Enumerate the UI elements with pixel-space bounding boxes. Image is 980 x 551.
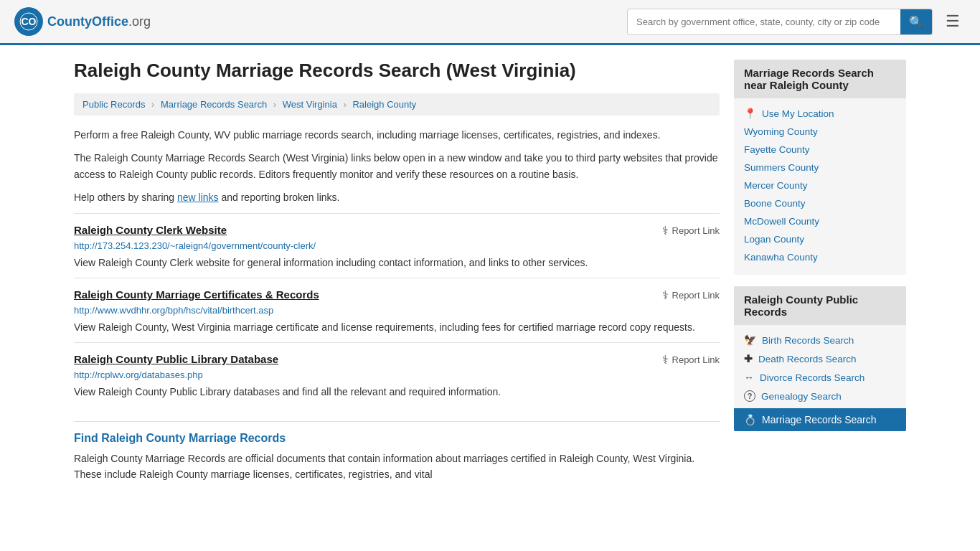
search-input[interactable] <box>628 11 900 33</box>
record-url-0: http://173.254.123.230/~raleign4/governm… <box>74 240 720 251</box>
report-icon-0: ⚕ <box>662 224 669 237</box>
sidebar-item-birth[interactable]: 🦅 Birth Records Search <box>744 331 896 349</box>
birth-icon: 🦅 <box>744 334 756 346</box>
new-links-link[interactable]: new links <box>177 192 219 203</box>
sidebar-item-mercer[interactable]: Mercer County <box>744 176 896 194</box>
description-para3: Help others by sharing new links and rep… <box>74 189 720 205</box>
sidebar-nearby-title: Marriage Records Search near Raleigh Cou… <box>734 60 906 98</box>
site-header: CO CountyOffice.org 🔍 ☰ <box>0 0 980 45</box>
search-bar: 🔍 <box>627 9 933 35</box>
record-link-2[interactable]: Raleigh County Public Library Database <box>74 353 278 365</box>
breadcrumb-public-records[interactable]: Public Records <box>83 99 145 110</box>
menu-button[interactable]: ☰ <box>940 11 966 32</box>
breadcrumb-raleigh-county[interactable]: Raleigh County <box>352 99 416 110</box>
logo-area: CO CountyOffice.org <box>14 7 151 36</box>
record-url-1: http://www.wvdhhr.org/bph/hsc/vital/birt… <box>74 305 720 316</box>
sidebar-public-records-title: Raleigh County Public Records <box>734 286 906 325</box>
find-title: Find Raleigh County Marriage Records <box>74 432 720 445</box>
sidebar-item-mcdowell[interactable]: McDowell County <box>744 212 896 230</box>
svg-text:CO: CO <box>22 16 37 27</box>
search-button[interactable]: 🔍 <box>900 9 932 34</box>
sidebar-item-genealogy[interactable]: ? Genealogy Search <box>744 387 896 405</box>
find-section: Find Raleigh County Marriage Records Ral… <box>74 421 720 483</box>
report-icon-1: ⚕ <box>662 288 669 302</box>
location-icon: 📍 <box>744 108 756 119</box>
record-title-0: Raleigh County Clerk Website <box>74 224 227 236</box>
sidebar-item-boone[interactable]: Boone County <box>744 194 896 212</box>
sidebar-item-marriage-active[interactable]: 💍 Marriage Records Search <box>734 408 906 431</box>
record-url-2: http://rcplwv.org/databases.php <box>74 369 720 380</box>
sidebar-item-kanawha[interactable]: Kanawha County <box>744 248 896 266</box>
record-link-0[interactable]: Raleigh County Clerk Website <box>74 224 227 236</box>
report-link-2[interactable]: ⚕ Report Link <box>662 353 720 367</box>
sidebar-item-death[interactable]: ✚ Death Records Search <box>744 349 896 368</box>
record-title-1: Raleigh County Marriage Certificates & R… <box>74 288 319 301</box>
divorce-icon: ↔ <box>744 372 754 383</box>
header-right: 🔍 ☰ <box>627 9 966 35</box>
record-desc-1: View Raleigh County, West Virginia marri… <box>74 320 720 335</box>
find-text: Raleigh County Marriage Records are offi… <box>74 451 720 483</box>
report-link-0[interactable]: ⚕ Report Link <box>662 224 720 237</box>
death-icon: ✚ <box>744 353 753 364</box>
breadcrumb-west-virginia[interactable]: West Virginia <box>283 99 337 110</box>
record-title-2: Raleigh County Public Library Database <box>74 353 278 365</box>
record-desc-0: View Raleigh County Clerk website for ge… <box>74 255 720 270</box>
breadcrumb-marriage-records[interactable]: Marriage Records Search <box>161 99 267 110</box>
sidebar-public-records-content: 🦅 Birth Records Search ✚ Death Records S… <box>734 325 906 431</box>
genealogy-icon: ? <box>744 390 755 402</box>
page-title: Raleigh County Marriage Records Search (… <box>74 60 720 82</box>
logo-icon: CO <box>14 7 43 36</box>
sidebar-nearby-content: 📍 Use My Location Wyoming County Fayette… <box>734 98 906 275</box>
sidebar-item-logan[interactable]: Logan County <box>744 230 896 248</box>
report-link-1[interactable]: ⚕ Report Link <box>662 288 720 302</box>
sidebar-item-summers[interactable]: Summers County <box>744 159 896 176</box>
marriage-icon: 💍 <box>744 414 756 425</box>
content-wrap: Raleigh County Marriage Records Search (… <box>60 45 920 504</box>
logo-text: CountyOffice.org <box>47 14 151 29</box>
sidebar-public-records-box: Raleigh County Public Records 🦅 Birth Re… <box>734 286 906 431</box>
record-entry-2: Raleigh County Public Library Database ⚕… <box>74 342 720 407</box>
record-entry-1: Raleigh County Marriage Certificates & R… <box>74 278 720 342</box>
description-para1: Perform a free Raleigh County, WV public… <box>74 127 720 143</box>
use-my-location-link[interactable]: Use My Location <box>762 108 834 119</box>
sidebar-item-wyoming[interactable]: Wyoming County <box>744 123 896 141</box>
main-content: Raleigh County Marriage Records Search (… <box>74 60 720 489</box>
report-icon-2: ⚕ <box>662 353 669 367</box>
record-entry-0: Raleigh County Clerk Website ⚕ Report Li… <box>74 213 720 278</box>
sidebar-item-fayette[interactable]: Fayette County <box>744 141 896 159</box>
description-para2: The Raleigh County Marriage Records Sear… <box>74 150 720 182</box>
sidebar-nearby-box: Marriage Records Search near Raleigh Cou… <box>734 60 906 275</box>
sidebar-use-my-location[interactable]: 📍 Use My Location <box>744 104 896 123</box>
sidebar: Marriage Records Search near Raleigh Cou… <box>734 60 906 489</box>
record-desc-2: View Raleigh County Public Library datab… <box>74 385 720 400</box>
sidebar-item-divorce[interactable]: ↔ Divorce Records Search <box>744 368 896 387</box>
breadcrumb: Public Records › Marriage Records Search… <box>74 93 720 116</box>
record-link-1[interactable]: Raleigh County Marriage Certificates & R… <box>74 288 319 301</box>
